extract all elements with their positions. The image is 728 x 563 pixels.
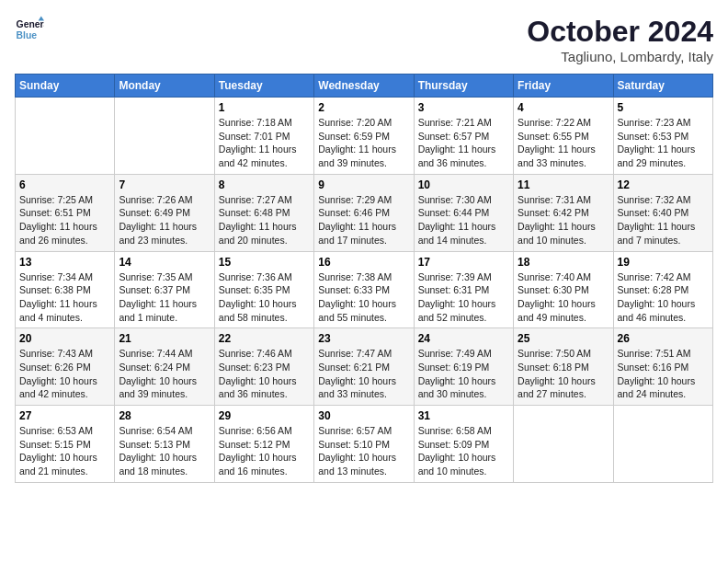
calendar-week-2: 13Sunrise: 7:34 AM Sunset: 6:38 PM Dayli… — [16, 251, 713, 328]
day-number: 5 — [618, 101, 709, 114]
day-number: 28 — [119, 409, 210, 422]
calendar-cell: 26Sunrise: 7:51 AM Sunset: 6:16 PM Dayli… — [613, 328, 712, 406]
day-info: Sunrise: 7:26 AM Sunset: 6:49 PM Dayligh… — [119, 193, 210, 247]
svg-text:General: General — [17, 19, 44, 29]
day-info: Sunrise: 7:20 AM Sunset: 6:59 PM Dayligh… — [318, 116, 409, 170]
svg-text:Blue: Blue — [17, 30, 38, 40]
day-number: 18 — [518, 256, 609, 269]
day-info: Sunrise: 7:42 AM Sunset: 6:28 PM Dayligh… — [618, 270, 709, 325]
location-title: Tagliuno, Lombardy, Italy — [527, 49, 713, 64]
day-number: 22 — [219, 332, 310, 345]
day-info: Sunrise: 7:50 AM Sunset: 6:18 PM Dayligh… — [518, 347, 609, 401]
calendar-cell: 30Sunrise: 6:57 AM Sunset: 5:10 PM Dayli… — [314, 406, 414, 483]
day-info: Sunrise: 7:47 AM Sunset: 6:21 PM Dayligh… — [318, 347, 409, 401]
day-number: 13 — [19, 256, 110, 269]
calendar-cell: 3Sunrise: 7:21 AM Sunset: 6:57 PM Daylig… — [414, 98, 513, 175]
day-number: 15 — [219, 256, 310, 269]
day-number: 23 — [318, 332, 409, 345]
day-info: Sunrise: 6:53 AM Sunset: 5:15 PM Dayligh… — [19, 424, 110, 478]
day-number: 1 — [219, 101, 310, 114]
calendar-cell: 7Sunrise: 7:26 AM Sunset: 6:49 PM Daylig… — [115, 174, 214, 251]
calendar-cell: 14Sunrise: 7:35 AM Sunset: 6:37 PM Dayli… — [115, 251, 214, 328]
weekday-thursday: Thursday — [414, 75, 513, 98]
day-info: Sunrise: 6:57 AM Sunset: 5:10 PM Dayligh… — [318, 424, 409, 478]
weekday-sunday: Sunday — [16, 75, 115, 98]
calendar-cell: 10Sunrise: 7:30 AM Sunset: 6:44 PM Dayli… — [414, 174, 513, 251]
calendar-cell: 2Sunrise: 7:20 AM Sunset: 6:59 PM Daylig… — [314, 98, 414, 175]
day-info: Sunrise: 6:54 AM Sunset: 5:13 PM Dayligh… — [119, 424, 210, 478]
day-number: 29 — [219, 409, 310, 422]
day-info: Sunrise: 7:44 AM Sunset: 6:24 PM Dayligh… — [119, 347, 210, 401]
day-number: 4 — [518, 101, 609, 114]
day-number: 17 — [418, 256, 509, 269]
calendar-table: SundayMondayTuesdayWednesdayThursdayFrid… — [15, 74, 713, 483]
weekday-monday: Monday — [115, 75, 214, 98]
calendar-cell: 28Sunrise: 6:54 AM Sunset: 5:13 PM Dayli… — [115, 406, 214, 483]
day-info: Sunrise: 7:27 AM Sunset: 6:48 PM Dayligh… — [219, 193, 310, 247]
day-number: 25 — [518, 332, 609, 345]
weekday-saturday: Saturday — [613, 75, 712, 98]
svg-marker-2 — [39, 17, 44, 21]
calendar-cell: 29Sunrise: 6:56 AM Sunset: 5:12 PM Dayli… — [214, 406, 313, 483]
calendar-cell: 1Sunrise: 7:18 AM Sunset: 7:01 PM Daylig… — [214, 98, 313, 175]
logo: General Blue — [15, 15, 44, 44]
day-number: 2 — [318, 101, 409, 114]
day-info: Sunrise: 7:51 AM Sunset: 6:16 PM Dayligh… — [618, 347, 709, 401]
day-info: Sunrise: 7:31 AM Sunset: 6:42 PM Dayligh… — [518, 193, 609, 247]
calendar-cell: 20Sunrise: 7:43 AM Sunset: 6:26 PM Dayli… — [16, 328, 115, 406]
calendar-cell — [16, 98, 115, 175]
day-number: 3 — [418, 101, 509, 114]
calendar-week-3: 20Sunrise: 7:43 AM Sunset: 6:26 PM Dayli… — [16, 328, 713, 406]
day-number: 9 — [318, 178, 409, 191]
weekday-header-row: SundayMondayTuesdayWednesdayThursdayFrid… — [16, 75, 713, 98]
calendar-cell — [613, 406, 712, 483]
calendar-cell — [514, 406, 613, 483]
day-info: Sunrise: 7:40 AM Sunset: 6:30 PM Dayligh… — [518, 270, 609, 325]
weekday-friday: Friday — [514, 75, 613, 98]
title-block: October 2024 Tagliuno, Lombardy, Italy — [527, 15, 713, 64]
calendar-cell: 23Sunrise: 7:47 AM Sunset: 6:21 PM Dayli… — [314, 328, 414, 406]
day-info: Sunrise: 7:46 AM Sunset: 6:23 PM Dayligh… — [219, 347, 310, 401]
calendar-cell: 21Sunrise: 7:44 AM Sunset: 6:24 PM Dayli… — [115, 328, 214, 406]
day-number: 31 — [418, 409, 509, 422]
calendar-cell: 24Sunrise: 7:49 AM Sunset: 6:19 PM Dayli… — [414, 328, 513, 406]
day-info: Sunrise: 7:29 AM Sunset: 6:46 PM Dayligh… — [318, 193, 409, 247]
day-number: 19 — [618, 256, 709, 269]
day-number: 12 — [618, 178, 709, 191]
day-info: Sunrise: 7:23 AM Sunset: 6:53 PM Dayligh… — [618, 116, 709, 170]
day-number: 20 — [19, 332, 110, 345]
day-number: 21 — [119, 332, 210, 345]
day-info: Sunrise: 7:49 AM Sunset: 6:19 PM Dayligh… — [418, 347, 509, 401]
day-number: 11 — [518, 178, 609, 191]
day-number: 16 — [318, 256, 409, 269]
calendar-week-4: 27Sunrise: 6:53 AM Sunset: 5:15 PM Dayli… — [16, 406, 713, 483]
day-number: 10 — [418, 178, 509, 191]
calendar-cell: 27Sunrise: 6:53 AM Sunset: 5:15 PM Dayli… — [16, 406, 115, 483]
logo-icon: General Blue — [15, 15, 44, 44]
calendar-cell: 5Sunrise: 7:23 AM Sunset: 6:53 PM Daylig… — [613, 98, 712, 175]
calendar-cell: 15Sunrise: 7:36 AM Sunset: 6:35 PM Dayli… — [214, 251, 313, 328]
calendar-cell: 31Sunrise: 6:58 AM Sunset: 5:09 PM Dayli… — [414, 406, 513, 483]
day-number: 27 — [19, 409, 110, 422]
calendar-week-1: 6Sunrise: 7:25 AM Sunset: 6:51 PM Daylig… — [16, 174, 713, 251]
day-info: Sunrise: 6:56 AM Sunset: 5:12 PM Dayligh… — [219, 424, 310, 478]
calendar-week-0: 1Sunrise: 7:18 AM Sunset: 7:01 PM Daylig… — [16, 98, 713, 175]
calendar-cell: 4Sunrise: 7:22 AM Sunset: 6:55 PM Daylig… — [514, 98, 613, 175]
calendar-cell: 25Sunrise: 7:50 AM Sunset: 6:18 PM Dayli… — [514, 328, 613, 406]
calendar-cell: 13Sunrise: 7:34 AM Sunset: 6:38 PM Dayli… — [16, 251, 115, 328]
calendar-cell: 18Sunrise: 7:40 AM Sunset: 6:30 PM Dayli… — [514, 251, 613, 328]
day-number: 24 — [418, 332, 509, 345]
day-number: 14 — [119, 256, 210, 269]
day-info: Sunrise: 7:34 AM Sunset: 6:38 PM Dayligh… — [19, 270, 110, 325]
weekday-wednesday: Wednesday — [314, 75, 414, 98]
calendar-cell: 8Sunrise: 7:27 AM Sunset: 6:48 PM Daylig… — [214, 174, 313, 251]
day-info: Sunrise: 7:25 AM Sunset: 6:51 PM Dayligh… — [19, 193, 110, 247]
day-number: 6 — [19, 178, 110, 191]
day-info: Sunrise: 7:32 AM Sunset: 6:40 PM Dayligh… — [618, 193, 709, 247]
day-number: 30 — [318, 409, 409, 422]
calendar-cell: 19Sunrise: 7:42 AM Sunset: 6:28 PM Dayli… — [613, 251, 712, 328]
calendar-cell: 22Sunrise: 7:46 AM Sunset: 6:23 PM Dayli… — [214, 328, 313, 406]
calendar-cell: 12Sunrise: 7:32 AM Sunset: 6:40 PM Dayli… — [613, 174, 712, 251]
calendar-cell: 16Sunrise: 7:38 AM Sunset: 6:33 PM Dayli… — [314, 251, 414, 328]
calendar-cell: 11Sunrise: 7:31 AM Sunset: 6:42 PM Dayli… — [514, 174, 613, 251]
